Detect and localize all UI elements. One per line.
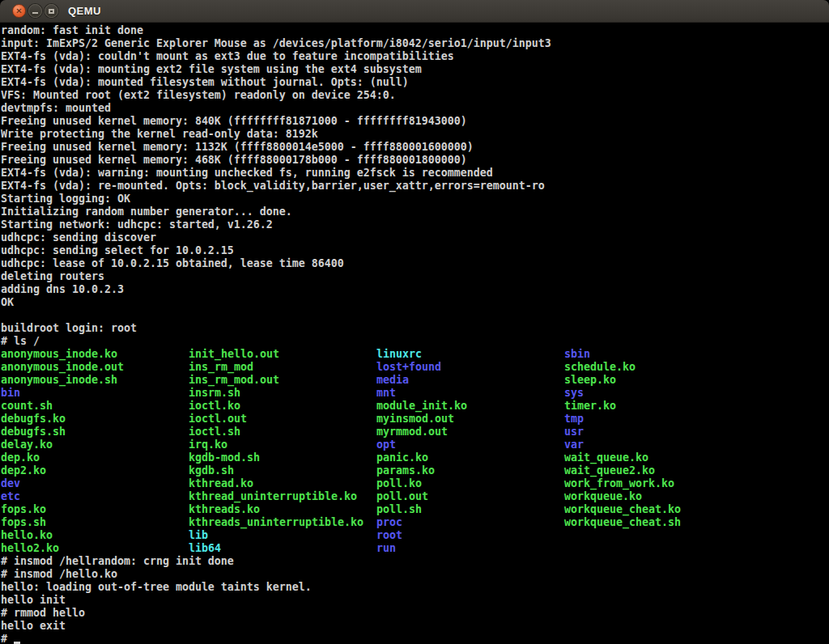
file-entry: kgdb-mod.sh	[189, 451, 376, 464]
file-entry: anonymous_inode.out	[1, 361, 189, 374]
file-listing-row: debugfs.koioctl.outmyinsmod.outtmp	[1, 413, 829, 426]
terminal-line: devtmpfs: mounted	[1, 102, 829, 115]
file-listing-row: hello2.kolib64run	[1, 542, 829, 555]
shell-output: # insmod /hellrandom: crng init done# in…	[1, 555, 829, 633]
file-entry: params.ko	[376, 464, 564, 477]
terminal-line: Freeing unused kernel memory: 1132K (fff…	[1, 141, 829, 154]
file-listing-row: hello.kolibroot	[1, 529, 829, 542]
file-entry: run	[376, 542, 564, 555]
file-entry: ioctl.out	[189, 413, 376, 426]
file-entry: kgdb.sh	[189, 464, 376, 477]
file-entry: ins_rm_mod.out	[189, 374, 376, 387]
file-entry: debugfs.sh	[1, 426, 189, 439]
file-entry: proc	[376, 516, 564, 529]
minimize-button[interactable]	[28, 4, 42, 18]
file-listing-row: fops.kokthreads.kopoll.shworkqueue_cheat…	[1, 503, 829, 516]
terminal-line: EXT4-fs (vda): warning: mounting uncheck…	[1, 167, 829, 180]
terminal-line: udhcpc: sending discover	[1, 231, 829, 244]
maximize-button[interactable]	[45, 4, 58, 18]
file-entry: kthreads.ko	[189, 503, 376, 516]
terminal-line: hello init	[1, 594, 829, 607]
file-entry: workqueue_cheat.ko	[564, 503, 752, 516]
file-listing-row: anonymous_inode.shins_rm_mod.outmediasle…	[1, 374, 829, 387]
file-entry: root	[376, 529, 564, 542]
terminal-line: udhcpc: lease of 10.0.2.15 obtained, lea…	[1, 257, 829, 270]
file-listing-row: debugfs.shioctl.shmyrmmod.outusr	[1, 426, 829, 439]
file-entry: etc	[1, 490, 189, 503]
terminal-line: Freeing unused kernel memory: 840K (ffff…	[1, 115, 829, 128]
file-entry: ioctl.ko	[189, 400, 376, 413]
file-entry: dep2.ko	[1, 464, 189, 477]
file-entry: workqueue.ko	[564, 490, 752, 503]
terminal-line: Starting logging: OK	[1, 193, 829, 205]
file-entry: lib64	[189, 542, 376, 555]
file-entry: usr	[564, 426, 752, 439]
terminal-line: EXT4-fs (vda): mounted filesystem withou…	[1, 76, 829, 89]
file-entry: bin	[1, 387, 189, 400]
terminal-line: # rmmod hello	[1, 607, 829, 620]
terminal-line: # insmod /hello.ko	[1, 568, 829, 581]
shell-prompt: #	[1, 633, 14, 644]
file-entry: sleep.ko	[564, 374, 752, 387]
titlebar: ✕ QEMU	[0, 0, 829, 23]
terminal-line: hello exit	[1, 620, 829, 633]
terminal-line: adding dns 10.0.2.3	[1, 283, 829, 296]
file-listing-row: anonymous_inode.koinit_hello.outlinuxrcs…	[1, 348, 829, 361]
file-entry: poll.out	[376, 490, 564, 503]
file-entry: timer.ko	[564, 400, 752, 413]
file-entry: poll.sh	[376, 503, 564, 516]
file-entry: count.sh	[1, 400, 189, 413]
file-entry: wait_queue.ko	[564, 451, 752, 464]
terminal-line: random: fast init done	[1, 24, 829, 37]
file-entry: work_from_work.ko	[564, 477, 752, 490]
terminal-line: # ls /	[1, 335, 829, 348]
terminal-line: Initializing random number generator... …	[1, 205, 829, 218]
terminal-line: EXT4-fs (vda): couldn't mount as ext3 du…	[1, 50, 829, 63]
terminal-line: OK	[1, 296, 829, 309]
file-listing-row: dep.kokgdb-mod.shpanic.kowait_queue.ko	[1, 451, 829, 464]
file-entry: mnt	[376, 387, 564, 400]
file-entry: dev	[1, 477, 189, 490]
file-entry: panic.ko	[376, 451, 564, 464]
file-entry: ins_rm_mod	[189, 361, 376, 374]
terminal-line: EXT4-fs (vda): mounting ext2 file system…	[1, 63, 829, 76]
terminal-line: buildroot login: root	[1, 322, 829, 335]
file-entry: hello2.ko	[1, 542, 189, 555]
file-listing-row: bininsrm.shmntsys	[1, 387, 829, 400]
window-title: QEMU	[68, 5, 101, 17]
terminal-line: Starting network: udhcpc: started, v1.26…	[1, 218, 829, 231]
file-entry: fops.sh	[1, 516, 189, 529]
prompt-line: #	[1, 633, 829, 644]
file-entry: media	[376, 374, 564, 387]
file-entry: delay.ko	[1, 439, 189, 451]
file-entry: sys	[564, 387, 752, 400]
file-listing-row: anonymous_inode.outins_rm_modlost+founds…	[1, 361, 829, 374]
terminal-line: input: ImExPS/2 Generic Explorer Mouse a…	[1, 37, 829, 50]
file-entry: poll.ko	[376, 477, 564, 490]
qemu-window: ✕ QEMU random: fast init doneinput: ImEx…	[0, 0, 829, 644]
terminal-line: deleting routers	[1, 270, 829, 283]
file-entry: myrmmod.out	[376, 426, 564, 439]
file-entry: lib	[189, 529, 376, 542]
file-entry: schedule.ko	[564, 361, 752, 374]
file-entry: anonymous_inode.ko	[1, 348, 189, 361]
file-listing: anonymous_inode.koinit_hello.outlinuxrcs…	[1, 348, 829, 555]
file-entry: module_init.ko	[376, 400, 564, 413]
file-entry: lost+found	[376, 361, 564, 374]
file-entry: irq.ko	[189, 439, 376, 451]
file-entry: init_hello.out	[189, 348, 376, 361]
file-entry: myinsmod.out	[376, 413, 564, 426]
file-entry: linuxrc	[376, 348, 564, 361]
file-listing-row: fops.shkthreads_uninterruptible.koprocwo…	[1, 516, 829, 529]
terminal-line: VFS: Mounted root (ext2 filesystem) read…	[1, 89, 829, 102]
terminal-line: udhcpc: sending select for 10.0.2.15	[1, 244, 829, 257]
terminal-line	[1, 309, 829, 322]
file-entry: opt	[376, 439, 564, 451]
file-entry: fops.ko	[1, 503, 189, 516]
close-button[interactable]: ✕	[12, 4, 26, 18]
minimize-icon	[32, 12, 38, 14]
terminal-line: hello: loading out-of-tree module taints…	[1, 581, 829, 594]
terminal-screen[interactable]: random: fast init doneinput: ImExPS/2 Ge…	[0, 23, 829, 644]
file-listing-row: delay.koirq.kooptvar	[1, 439, 829, 451]
close-icon: ✕	[15, 7, 22, 15]
